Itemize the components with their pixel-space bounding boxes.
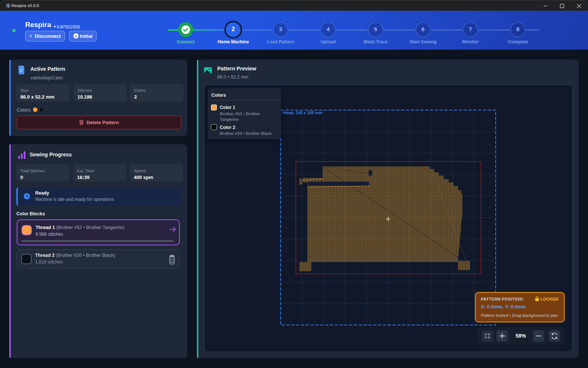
svg-text:Hoop: 100 x 100 mm: Hoop: 100 x 100 mm <box>283 110 323 115</box>
